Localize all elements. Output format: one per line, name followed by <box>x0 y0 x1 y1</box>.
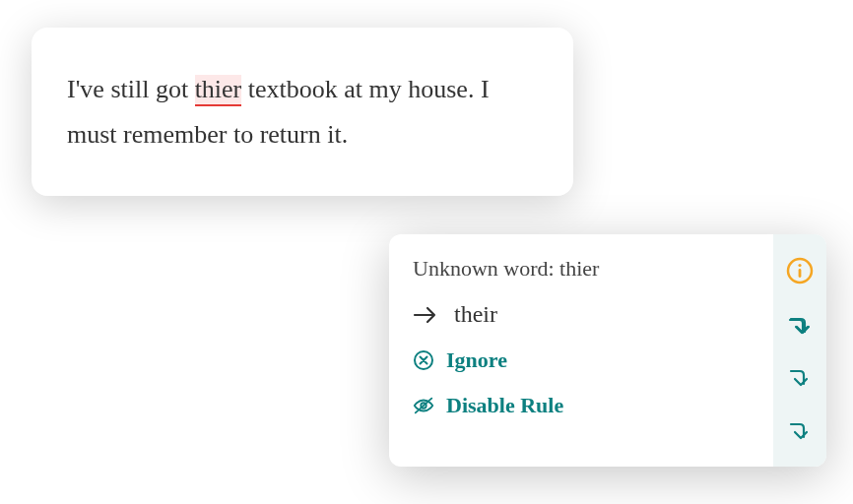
disable-label: Disable Rule <box>446 393 563 418</box>
popup-main: Unknown word: thier their Ignore <box>389 234 773 467</box>
info-icon[interactable] <box>785 256 815 285</box>
arrow-right-icon <box>413 305 438 325</box>
suggestion-text: their <box>454 301 497 328</box>
text-before: I've still got <box>67 75 195 103</box>
eye-off-icon <box>413 395 434 416</box>
enter-down-icon[interactable] <box>788 368 812 392</box>
disable-rule-button[interactable]: Disable Rule <box>413 393 755 418</box>
misspelled-word[interactable]: thier <box>195 75 242 106</box>
popup-title: Unknown word: thier <box>413 256 755 282</box>
popup-sidebar <box>773 234 826 467</box>
enter-down-icon[interactable] <box>788 421 812 445</box>
ignore-button[interactable]: Ignore <box>413 347 755 373</box>
svg-rect-4 <box>799 269 802 278</box>
editor-text-card: I've still got thier textbook at my hous… <box>32 28 573 196</box>
close-circle-icon <box>413 349 434 371</box>
svg-point-3 <box>798 264 801 267</box>
spellcheck-popup: Unknown word: thier their Ignore <box>389 234 826 467</box>
ignore-label: Ignore <box>446 347 507 373</box>
enter-down-icon[interactable] <box>788 315 812 339</box>
editor-text[interactable]: I've still got thier textbook at my hous… <box>67 67 534 157</box>
suggestion-row[interactable]: their <box>413 301 755 328</box>
